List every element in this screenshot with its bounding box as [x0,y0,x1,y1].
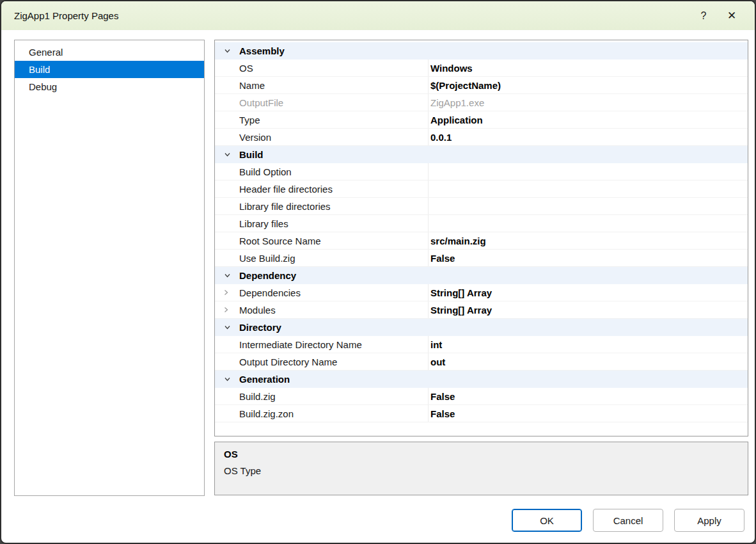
description-text: OS Type [224,465,739,476]
prop-value[interactable] [429,180,748,197]
prop-name-label: Version [239,132,271,143]
prop-name: Version [215,129,429,145]
prop-name-label: OS [239,63,253,74]
prop-name-label: Type [239,115,260,125]
chevron-right-icon[interactable] [223,289,230,296]
prop-row-intermediate-directory-name[interactable]: Intermediate Directory Nameint [215,336,748,353]
prop-value[interactable]: String[] Array [429,301,748,318]
prop-name-label: Library files [239,218,288,229]
cancel-button[interactable]: Cancel [593,509,663,532]
prop-name: Build.zig.zon [215,405,429,422]
prop-name: Modules [215,301,429,318]
chevron-down-icon[interactable] [215,371,239,388]
prop-name: Build.zig [215,388,429,404]
prop-name: Type [215,111,429,128]
category-label: Directory [239,319,281,336]
sidebar-item-debug[interactable]: Debug [15,78,204,95]
apply-button[interactable]: Apply [674,509,744,532]
prop-name-label: Build.zig.zon [239,408,294,419]
prop-value[interactable]: ZigApp1.exe [429,94,748,111]
prop-value[interactable]: $(ProjectName) [429,77,748,93]
sidebar-item-general[interactable]: General [15,44,204,61]
prop-row-use-build-zig[interactable]: Use Build.zigFalse [215,250,748,267]
category-row-directory[interactable]: Directory [215,319,748,336]
prop-value[interactable] [429,198,748,214]
prop-row-build-zig-zon[interactable]: Build.zig.zonFalse [215,405,748,422]
prop-name-label: Use Build.zig [239,253,295,264]
prop-row-library-file-directories[interactable]: Library file directories [215,198,748,215]
category-row-dependency[interactable]: Dependency [215,267,748,284]
chevron-right-icon[interactable] [223,307,230,314]
prop-value[interactable]: 0.0.1 [429,129,748,145]
category-row-build[interactable]: Build [215,146,748,163]
prop-value[interactable]: False [429,250,748,266]
prop-value[interactable]: int [429,336,748,353]
prop-value[interactable]: False [429,405,748,422]
category-row-generation[interactable]: Generation [215,371,748,388]
prop-row-header-file-directories[interactable]: Header file directories [215,180,748,198]
prop-row-version[interactable]: Version0.0.1 [215,129,748,146]
prop-value[interactable]: False [429,388,748,404]
prop-value[interactable]: out [429,353,748,370]
prop-name-label: Name [239,80,265,91]
prop-value[interactable]: Windows [429,60,748,76]
prop-row-modules[interactable]: ModulesString[] Array [215,301,748,319]
chevron-down-icon[interactable] [215,267,239,284]
property-pages-dialog: ZigApp1 Property Pages ? ✕ GeneralBuildD… [0,0,756,544]
titlebar: ZigApp1 Property Pages ? ✕ [1,1,755,30]
help-icon[interactable]: ? [689,5,718,27]
prop-name-label: Modules [239,305,276,316]
prop-name-label: Library file directories [239,201,331,212]
category-label: Generation [239,371,290,388]
category-label: Build [239,146,264,163]
prop-value[interactable] [429,215,748,232]
prop-name-label: Dependencies [239,287,301,298]
property-grid: AssemblyOSWindowsName$(ProjectName)Outpu… [214,40,748,436]
prop-name: Dependencies [215,284,429,301]
prop-value[interactable]: src/main.zig [429,232,748,249]
prop-row-library-files[interactable]: Library files [215,215,748,232]
prop-name-label: Intermediate Directory Name [239,339,362,350]
prop-name-label: Build Option [239,166,292,177]
prop-name: Library file directories [215,198,429,214]
prop-name: Use Build.zig [215,250,429,266]
description-panel: OS OS Type [214,442,748,495]
description-title: OS [224,449,739,460]
chevron-down-icon[interactable] [215,42,239,60]
prop-row-root-source-name[interactable]: Root Source Namesrc/main.zig [215,232,748,250]
ok-button[interactable]: OK [512,509,582,532]
prop-row-type[interactable]: TypeApplication [215,111,748,129]
prop-name: Library files [215,215,429,232]
category-label: Dependency [239,267,296,284]
category-label: Assembly [239,42,285,60]
prop-name-label: OutputFile [239,97,283,108]
prop-row-os[interactable]: OSWindows [215,60,748,77]
chevron-down-icon[interactable] [215,319,239,336]
prop-name: Name [215,77,429,93]
category-row-assembly[interactable]: Assembly [215,42,748,60]
close-icon[interactable]: ✕ [718,5,746,27]
prop-row-dependencies[interactable]: DependenciesString[] Array [215,284,748,301]
prop-row-build-option[interactable]: Build Option [215,163,748,180]
sidebar-page-list: GeneralBuildDebug [14,40,205,496]
prop-row-outputfile[interactable]: OutputFileZigApp1.exe [215,94,748,111]
prop-name-label: Header file directories [239,184,333,195]
prop-name: Output Directory Name [215,353,429,370]
prop-row-output-directory-name[interactable]: Output Directory Nameout [215,353,748,371]
prop-value[interactable]: String[] Array [429,284,748,301]
prop-name-label: Root Source Name [239,236,321,246]
prop-name-label: Build.zig [239,391,276,402]
prop-value[interactable] [429,163,748,180]
prop-name: Build Option [215,163,429,180]
prop-name: Header file directories [215,180,429,197]
prop-row-name[interactable]: Name$(ProjectName) [215,77,748,94]
window-title: ZigApp1 Property Pages [14,10,689,21]
prop-name: Root Source Name [215,232,429,249]
prop-row-build-zig[interactable]: Build.zigFalse [215,388,748,405]
prop-value[interactable]: Application [429,111,748,128]
prop-name: OutputFile [215,94,429,111]
sidebar-item-build[interactable]: Build [15,61,204,78]
chevron-down-icon[interactable] [215,146,239,163]
prop-name-label: Output Directory Name [239,356,337,367]
prop-name: Intermediate Directory Name [215,336,429,353]
